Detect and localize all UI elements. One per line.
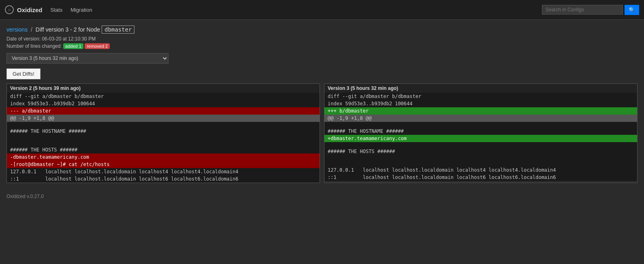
diff-line: 127.0.0.1 localhost localhost.localdomai…: [7, 168, 320, 175]
node-badge: dbmaster: [102, 26, 134, 34]
breadcrumb-separator: /: [31, 26, 32, 33]
navbar-search: 🔍: [542, 5, 639, 15]
diff-line: [7, 135, 320, 141]
logo-icon: ○: [5, 5, 14, 14]
diff-line: ::1 localhost localhost.localdomain loca…: [7, 175, 320, 183]
changes-label: Number of lines changed:: [6, 43, 62, 49]
diff-line: index 59d53e3..b939db2 100644: [324, 100, 637, 107]
search-button[interactable]: 🔍: [625, 5, 639, 15]
diff-line: ::1 localhost localhost.localdomain loca…: [324, 174, 637, 181]
diff-line: [324, 161, 637, 166]
nav-migration[interactable]: Migration: [70, 7, 92, 13]
diff-line: ###### THE HOSTNAME ######: [7, 128, 320, 135]
diff-panel-v2-header: Version 2 (5 hours 39 min ago): [7, 84, 320, 93]
footer: Oxidized v.0.27.0: [0, 189, 644, 203]
diff-panels: Version 2 (5 hours 39 min ago) diff --gi…: [6, 83, 638, 183]
diff-line: -[root@dbmaster ~]# cat /etc/hosts: [7, 161, 320, 168]
diff-line: --- a/dbmaster: [7, 107, 320, 115]
diff-line: @@ -1,9 +1,8 @@: [7, 115, 320, 122]
diff-line: 127.0.0.1 localhost localhost.localdomai…: [324, 166, 637, 174]
navbar-logo: ○ Oxidized: [5, 5, 43, 14]
added-badge: added 1: [63, 43, 83, 49]
diff-line: [324, 142, 637, 148]
diff-line: [324, 122, 637, 128]
diff-line: -dbmaster.teamamericany.com: [7, 153, 320, 161]
diff-panel-v3-header: Version 3 (5 hours 32 min ago): [324, 84, 637, 93]
diff-line: [324, 155, 637, 161]
footer-version: Oxidized v.0.27.0: [6, 194, 44, 199]
diff-line: +dbmaster.teamamericany.com: [324, 135, 637, 142]
get-diffs-button[interactable]: Get Diffs!: [6, 68, 41, 79]
nav-stats[interactable]: Stats: [51, 7, 63, 13]
removed-badge: removed 2: [85, 43, 110, 49]
diff-line: diff --git a/dbmaster b/dbmaster: [7, 93, 320, 100]
date-line: Date of version: 06-03-20 at 12:10:30 PM: [6, 36, 638, 42]
diff-line: +++ b/dbmaster: [324, 107, 637, 115]
diff-line: index 59d53e3..b939db2 100644: [7, 100, 320, 107]
navbar: ○ Oxidized Stats Migration 🔍: [0, 0, 644, 20]
diff-line: @@ -1,9 +1,8 @@: [324, 115, 637, 122]
changes-line: Number of lines changed: added 1 removed…: [6, 43, 638, 49]
breadcrumb-title: Diff version 3 - 2 for Node: [36, 26, 100, 33]
diff-panel-v2-body: diff --git a/dbmaster b/dbmasterindex 59…: [7, 93, 320, 183]
version-select[interactable]: Version 3 (5 hours 32 min ago): [6, 53, 168, 64]
navbar-links: Stats Migration: [51, 7, 542, 13]
brand-name: Oxidized: [17, 6, 43, 13]
main-content: versions / Diff version 3 - 2 for Node d…: [0, 20, 644, 183]
diff-panel-v3-body: diff --git a/dbmaster b/dbmasterindex 59…: [324, 93, 637, 181]
diff-panel-v3: Version 3 (5 hours 32 min ago) diff --gi…: [324, 83, 638, 183]
diff-line: ###### THE HOSTS ######: [7, 146, 320, 153]
diff-line: ###### THE HOSTNAME ######: [324, 128, 637, 135]
diff-line: ###### THE HOSTS ######: [324, 148, 637, 155]
diff-line: diff --git a/dbmaster b/dbmaster: [324, 93, 637, 100]
breadcrumb: versions / Diff version 3 - 2 for Node d…: [6, 26, 638, 33]
diff-panel-v2: Version 2 (5 hours 39 min ago) diff --gi…: [6, 83, 320, 183]
search-input[interactable]: [542, 5, 623, 15]
version-selector-row: Version 3 (5 hours 32 min ago): [6, 53, 638, 64]
diff-line: [7, 122, 320, 128]
breadcrumb-versions-link[interactable]: versions: [6, 26, 28, 33]
diff-line: [7, 141, 320, 146]
